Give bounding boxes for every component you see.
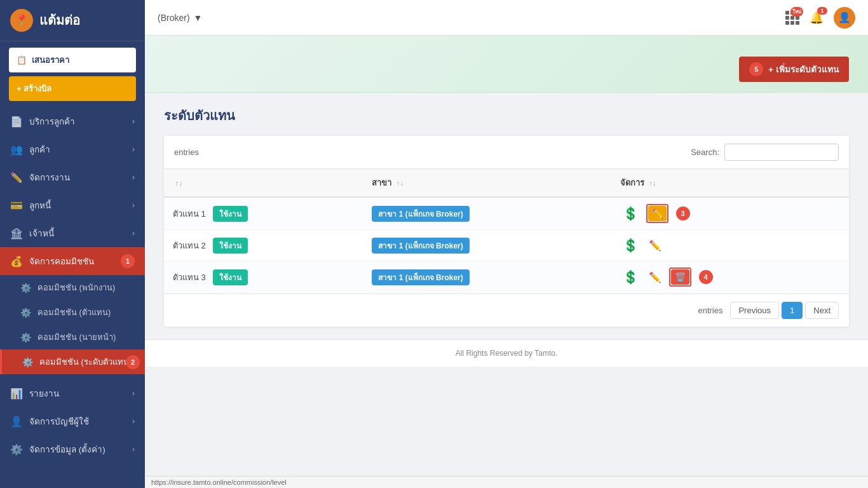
customers-icon: 👥 — [10, 144, 23, 156]
alert-badge: 1 — [817, 7, 827, 15]
page-content: 5 + เพิ่มระดับตัวแทน ระดับตัวแทน entries… — [145, 36, 868, 476]
section-title: ระดับตัวแทน — [164, 105, 849, 126]
search-label: Search: — [691, 147, 719, 157]
add-level-button[interactable]: 5 + เพิ่มระดับตัวแทน — [739, 57, 849, 82]
debt-icon: 💳 — [10, 200, 23, 212]
table-row: ตัวแทน 3 ใช้งาน สาขา 1 (แพ็กเกจ Broker) … — [164, 261, 849, 294]
search-area: Search: — [691, 144, 839, 161]
sidebar-item-customer-service[interactable]: 📄 บริการลูกค้า › — [0, 107, 145, 135]
price-icon: 📋 — [17, 55, 27, 65]
cell-name-3: ตัวแทน 3 ใช้งาน — [164, 261, 363, 294]
table-toolbar: entries Search: — [164, 136, 849, 169]
topbar-left: (Broker) ▼ — [158, 13, 202, 23]
chevron-icon: › — [132, 117, 135, 126]
action-btns-2: 💲 ✏️ — [620, 236, 840, 254]
sidebar-item-commission-manage[interactable]: 💰 จัดการคอมมิชชัน 1 — [0, 247, 145, 275]
reports-icon: 📊 — [10, 388, 23, 400]
task-manage-icon: ✏️ — [10, 172, 23, 184]
sort-icon-branch: ↑↓ — [397, 179, 403, 187]
chevron-icon-8: › — [132, 445, 135, 454]
next-button[interactable]: Next — [805, 302, 839, 319]
price-quote-button[interactable]: 📋 เสนอราคา — [9, 48, 136, 72]
sidebar-sub-commission-broker[interactable]: ⚙️ คอมมิชชัน (นายหน้า) — [0, 325, 145, 349]
money-button-1[interactable]: 💲 — [620, 205, 641, 222]
sidebar-item-debt[interactable]: 💳 ลูกหนี้ › — [0, 191, 145, 219]
gear-icon-1: ⚙️ — [20, 283, 31, 293]
topbar-right: ใหม่ 🔔 1 👤 — [785, 7, 855, 29]
action-btns-1: 💲 ✏️ 3 — [620, 204, 840, 223]
status-badge-3: ใช้งาน — [213, 269, 248, 285]
cell-manage-3: 💲 ✏️ 🗑️ 4 — [611, 261, 849, 294]
sidebar-sub-commission-employee[interactable]: ⚙️ คอมมิชชัน (พนักงาน) — [0, 275, 145, 300]
status-badge-2: ใช้งาน — [213, 238, 248, 254]
cell-branch-1: สาขา 1 (แพ็กเกจ Broker) — [363, 197, 611, 230]
chevron-icon-4: › — [132, 201, 135, 210]
avatar-icon: 👤 — [838, 11, 851, 24]
cell-manage-2: 💲 ✏️ — [611, 230, 849, 261]
broker-dropdown-button[interactable]: (Broker) ▼ — [158, 13, 202, 23]
logo-text: แต้มต่อ — [39, 10, 80, 30]
chevron-icon-7: › — [132, 417, 135, 426]
section-wrapper: ระดับตัวแทน entries Search: — [145, 93, 868, 339]
col-manage: จัดการ ↑↓ — [611, 169, 849, 197]
main-content: (Broker) ▼ ใหม่ 🔔 1 👤 — [145, 0, 868, 488]
sidebar-item-creditor[interactable]: 🏦 เจ้าหนี้ › — [0, 219, 145, 247]
table-row: ตัวแทน 2 ใช้งาน สาขา 1 (แพ็กเกจ Broker) … — [164, 230, 849, 261]
table-row: ตัวแทน 1 ใช้งาน สาขา 1 (แพ็กเกจ Broker) … — [164, 197, 849, 230]
annotation-2: 2 — [126, 355, 140, 369]
grid-menu-button[interactable]: ใหม่ — [785, 11, 799, 25]
cell-branch-2: สาขา 1 (แพ็กเกจ Broker) — [363, 230, 611, 261]
sidebar-item-customers[interactable]: 👥 ลูกค้า › — [0, 135, 145, 163]
sidebar-sub-commission-agent[interactable]: ⚙️ คอมมิชชัน (ตัวแทน) — [0, 300, 145, 325]
cell-branch-3: สาขา 1 (แพ็กเกจ Broker) — [363, 261, 611, 294]
edit-button-1[interactable]: ✏️ — [648, 206, 667, 221]
delete-highlight-box-3: 🗑️ — [669, 268, 691, 287]
new-badge: ใหม่ — [790, 7, 803, 17]
user-manage-icon: 👤 — [10, 416, 23, 428]
page-1-button[interactable]: 1 — [782, 302, 803, 319]
notification-button[interactable]: 🔔 1 — [810, 11, 824, 25]
edit-button-3[interactable]: ✏️ — [646, 270, 664, 285]
col-name: ↑↓ — [164, 169, 363, 197]
sidebar-sub-commission-level[interactable]: ⚙️ คอมมิชชัน (ระดับตัวแทน) 2 — [0, 349, 145, 374]
sidebar-item-reports[interactable]: 📊 รายงาน › — [0, 379, 145, 407]
chevron-icon-5: › — [132, 229, 135, 238]
pagination-area: entries Previous 1 Next — [164, 294, 849, 327]
entries-label: entries — [174, 147, 199, 157]
annotation-3: 3 — [676, 207, 690, 220]
edit-button-2[interactable]: ✏️ — [646, 238, 664, 253]
gear-icon-3: ⚙️ — [20, 332, 31, 342]
dropdown-icon: ▼ — [194, 13, 203, 23]
action-btns-3: 💲 ✏️ 🗑️ 4 — [620, 268, 840, 287]
previous-button[interactable]: Previous — [730, 302, 779, 319]
search-input[interactable] — [724, 144, 839, 161]
footer: All Rights Reserved by Tamto. — [145, 339, 868, 367]
status-bar: https://insure.tamto.online/commission/l… — [145, 476, 868, 488]
delete-button-3[interactable]: 🗑️ — [671, 269, 689, 285]
sidebar-item-user-manage[interactable]: 👤 จัดการบัญชีผู้ใช้ › — [0, 407, 145, 435]
sort-icon-manage: ↑↓ — [649, 179, 656, 187]
money-button-2[interactable]: 💲 — [620, 236, 641, 254]
user-avatar[interactable]: 👤 — [834, 7, 855, 29]
chevron-icon-2: › — [132, 145, 135, 154]
edit-highlight-box-1: ✏️ — [646, 204, 668, 223]
annotation-4: 4 — [699, 270, 713, 284]
customer-service-icon: 📄 — [10, 116, 23, 128]
col-branch: สาขา ↑↓ — [363, 169, 611, 197]
money-button-3[interactable]: 💲 — [620, 268, 641, 286]
gear-icon-2: ⚙️ — [20, 308, 31, 318]
sort-icon-name: ↑↓ — [175, 179, 182, 187]
logo-icon: 📍 — [10, 9, 33, 32]
cell-manage-1: 💲 ✏️ 3 — [611, 197, 849, 230]
annotation-5: 5 — [749, 62, 763, 76]
table-header-row: ↑↓ สาขา ↑↓ จัดการ ↑↓ — [164, 169, 849, 197]
sidebar-item-settings[interactable]: ⚙️ จัดการข้อมูล (ตั้งค่า) › — [0, 435, 145, 463]
sidebar-logo: 📍 แต้มต่อ — [0, 0, 145, 41]
sidebar-item-task-manage[interactable]: ✏️ จัดการงาน › — [0, 163, 145, 191]
create-bill-button[interactable]: + สร้างบิล — [9, 76, 136, 101]
page-header-banner: 5 + เพิ่มระดับตัวแทน — [145, 36, 868, 93]
table-container: entries Search: ↑↓ — [164, 136, 849, 327]
annotation-1: 1 — [121, 254, 135, 268]
topbar: (Broker) ▼ ใหม่ 🔔 1 👤 — [145, 0, 868, 36]
pagination-entries-info: entries — [698, 306, 722, 315]
